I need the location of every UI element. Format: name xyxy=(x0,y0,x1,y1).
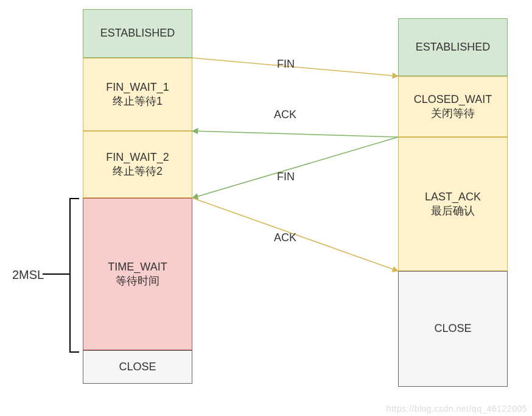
closed-wait-en: CLOSED_WAIT xyxy=(414,93,492,107)
msg-ack-2: ACK xyxy=(274,231,296,244)
right-state-established: ESTABLISHED xyxy=(398,18,508,76)
msg-fin-2: FIN xyxy=(277,171,295,183)
msg-ack-1: ACK xyxy=(274,108,296,121)
watermark: https://blog.csdn.net/qq_46122005 xyxy=(387,404,527,414)
left-established-label: ESTABLISHED xyxy=(100,26,175,40)
last-ack-zh: 最后确认 xyxy=(431,204,475,218)
time-wait-en: TIME_WAIT xyxy=(108,260,167,274)
left-close-label: CLOSE xyxy=(119,360,156,374)
left-state-time-wait: TIME_WAIT 等待时间 xyxy=(83,198,192,350)
right-state-close: CLOSE xyxy=(398,271,508,387)
right-close-label: CLOSE xyxy=(434,322,471,336)
svg-line-1 xyxy=(192,58,398,76)
last-ack-en: LAST_ACK xyxy=(425,190,481,204)
fin-wait-1-en: FIN_WAIT_1 xyxy=(106,80,169,94)
closed-wait-zh: 关闭等待 xyxy=(431,107,475,121)
fin-wait-1-zh: 终止等待1 xyxy=(113,94,163,108)
right-established-label: ESTABLISHED xyxy=(416,40,491,54)
fin-wait-2-zh: 终止等待2 xyxy=(113,164,163,178)
msg-fin-1: FIN xyxy=(277,58,295,71)
svg-line-3 xyxy=(192,137,398,198)
time-wait-zh: 等待时间 xyxy=(116,274,159,288)
svg-line-2 xyxy=(192,131,398,137)
right-state-last-ack: LAST_ACK 最后确认 xyxy=(398,137,508,271)
fin-wait-2-en: FIN_WAIT_2 xyxy=(106,150,169,164)
left-state-established: ESTABLISHED xyxy=(83,9,192,58)
left-state-close: CLOSE xyxy=(83,350,192,384)
msl-label: 2MSL xyxy=(12,268,44,282)
left-state-fin-wait-1: FIN_WAIT_1 终止等待1 xyxy=(83,58,192,131)
msl-bracket xyxy=(69,198,79,353)
right-state-closed-wait: CLOSED_WAIT 关闭等待 xyxy=(398,76,508,137)
left-state-fin-wait-2: FIN_WAIT_2 终止等待2 xyxy=(83,131,192,198)
